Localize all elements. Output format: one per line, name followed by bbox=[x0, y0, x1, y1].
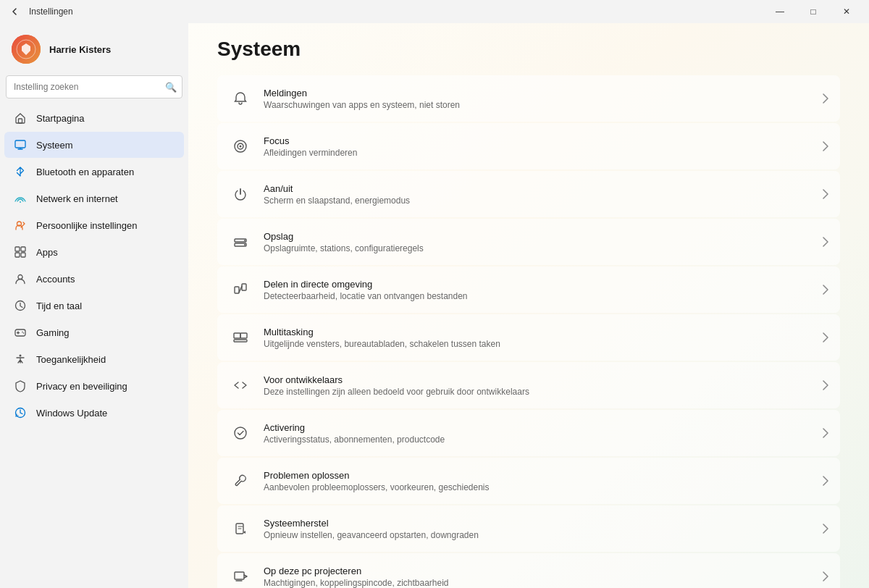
sidebar-item-systeem[interactable]: Systeem bbox=[4, 132, 184, 158]
search-icon: 🔍 bbox=[165, 82, 177, 93]
systeem-icon bbox=[13, 138, 28, 152]
sidebar-item-persoonlijk[interactable]: Persoonlijke instellingen bbox=[4, 212, 184, 238]
project-icon bbox=[229, 565, 252, 588]
svg-point-14 bbox=[20, 355, 22, 357]
check-icon bbox=[229, 421, 252, 445]
sidebar-item-privacy[interactable]: Privacy en beveiliging bbox=[4, 373, 184, 399]
chevron-right-icon bbox=[823, 476, 828, 486]
settings-item-systeemherstel[interactable]: SysteemherstelOpnieuw instellen, geavanc… bbox=[217, 505, 840, 552]
content-area: Systeem MeldingenWaarschuwingen van apps… bbox=[188, 23, 869, 588]
sidebar-item-tijd[interactable]: Tijd en taal bbox=[4, 293, 184, 319]
settings-item-problemen[interactable]: Problemen oplossenAanbevolen probleemopl… bbox=[217, 458, 840, 504]
chevron-right-icon bbox=[823, 93, 828, 104]
settings-item-text-projecteren: Op deze pc projecterenMachtigingen, kopp… bbox=[264, 566, 811, 588]
persoonlijk-icon bbox=[13, 218, 28, 232]
settings-item-title-delen: Delen in directe omgeving bbox=[264, 279, 811, 290]
settings-item-wrapper-ontwikkelaars: Voor ontwikkelaarsDeze instellingen zijn… bbox=[217, 362, 840, 408]
multitask-icon bbox=[229, 326, 252, 349]
settings-item-text-systeemherstel: SysteemherstelOpnieuw instellen, geavanc… bbox=[264, 518, 811, 540]
titlebar-title: Instellingen bbox=[29, 7, 763, 17]
sidebar-item-accounts[interactable]: Accounts bbox=[4, 266, 184, 292]
settings-item-opslag[interactable]: OpslagOpslagruimte, stations, configurat… bbox=[217, 219, 840, 265]
settings-item-desc-aanuit: Scherm en slaapstand, energiemodus bbox=[264, 196, 811, 206]
close-button[interactable]: ✕ bbox=[830, 0, 863, 23]
settings-item-desc-systeemherstel: Opnieuw instellen, geavanceerd opstarten… bbox=[264, 530, 811, 540]
sidebar-item-startpagina[interactable]: Startpagina bbox=[4, 105, 184, 131]
settings-item-focus[interactable]: FocusAfleidingen verminderen bbox=[217, 123, 840, 169]
sidebar-item-label: Accounts bbox=[36, 274, 75, 285]
settings-item-projecteren[interactable]: Op deze pc projecterenMachtigingen, kopp… bbox=[217, 553, 840, 588]
settings-item-multitasking[interactable]: MultitaskingUitgelijnde vensters, bureau… bbox=[217, 314, 840, 361]
chevron-right-icon bbox=[823, 332, 828, 343]
settings-item-aanuit[interactable]: Aan/uitScherm en slaapstand, energiemodu… bbox=[217, 171, 840, 217]
focus-icon bbox=[229, 135, 252, 158]
maximize-button[interactable]: □ bbox=[797, 0, 830, 23]
svg-rect-30 bbox=[235, 572, 244, 579]
svg-point-28 bbox=[235, 427, 246, 439]
settings-item-wrapper-activering: ActiveringActiveringsstatus, abonnemente… bbox=[217, 410, 840, 456]
titlebar: Instellingen — □ ✕ bbox=[0, 0, 869, 23]
settings-item-wrapper-aanuit: Aan/uitScherm en slaapstand, energiemodu… bbox=[217, 171, 840, 217]
power-icon bbox=[229, 182, 252, 206]
sidebar-item-apps[interactable]: Apps bbox=[4, 239, 184, 265]
bluetooth-icon bbox=[13, 164, 28, 179]
settings-item-desc-activering: Activeringsstatus, abonnementen, product… bbox=[264, 434, 811, 445]
settings-item-meldingen[interactable]: MeldingenWaarschuwingen van apps en syst… bbox=[217, 75, 840, 122]
window-controls: — □ ✕ bbox=[763, 0, 863, 23]
settings-item-title-opslag: Opslag bbox=[264, 231, 811, 242]
sidebar-item-toegankelijkheid[interactable]: Toegankelijkheid bbox=[4, 346, 184, 372]
svg-rect-6 bbox=[21, 247, 25, 251]
settings-item-text-aanuit: Aan/uitScherm en slaapstand, energiemodu… bbox=[264, 183, 811, 206]
sidebar-item-gaming[interactable]: Gaming bbox=[4, 319, 184, 345]
gaming-icon bbox=[13, 325, 28, 340]
settings-item-ontwikkelaars[interactable]: Voor ontwikkelaarsDeze instellingen zijn… bbox=[217, 362, 840, 408]
settings-item-desc-problemen: Aanbevolen probleemoplossers, voorkeuren… bbox=[264, 482, 811, 492]
main-layout: Harrie Kisters 🔍 StartpaginaSysteemBluet… bbox=[0, 23, 869, 588]
sidebar-item-label: Privacy en beveiliging bbox=[36, 381, 127, 392]
minimize-button[interactable]: — bbox=[763, 0, 797, 23]
settings-item-desc-opslag: Opslagruimte, stations, configuratierege… bbox=[264, 243, 811, 253]
svg-point-3 bbox=[20, 201, 21, 203]
avatar-inner bbox=[12, 35, 41, 64]
svg-point-21 bbox=[244, 240, 245, 241]
settings-item-delen[interactable]: Delen in directe omgevingDetecteerbaarhe… bbox=[217, 266, 840, 313]
settings-item-desc-multitasking: Uitgelijnde vensters, bureautabladen, sc… bbox=[264, 339, 811, 349]
settings-item-wrapper-delen: Delen in directe omgevingDetecteerbaarhe… bbox=[217, 266, 840, 313]
svg-point-13 bbox=[23, 332, 25, 334]
chevron-right-icon bbox=[823, 428, 828, 438]
settings-item-title-multitasking: Multitasking bbox=[264, 327, 811, 337]
page-title: Systeem bbox=[217, 38, 840, 61]
chevron-right-icon bbox=[823, 189, 828, 199]
settings-item-desc-projecteren: Machtigingen, koppelingspincode, zichtba… bbox=[264, 578, 811, 588]
sidebar-item-netwerk[interactable]: Netwerk en internet bbox=[4, 185, 184, 211]
restore-icon bbox=[229, 517, 252, 540]
svg-rect-24 bbox=[242, 284, 246, 290]
svg-rect-27 bbox=[234, 340, 247, 342]
storage-icon bbox=[229, 230, 252, 253]
sidebar-item-label: Systeem bbox=[36, 140, 73, 151]
settings-item-text-problemen: Problemen oplossenAanbevolen probleemopl… bbox=[264, 470, 811, 492]
nav-list: StartpaginaSysteemBluetooth en apparaten… bbox=[0, 104, 188, 427]
back-button[interactable] bbox=[6, 3, 23, 20]
settings-item-activering[interactable]: ActiveringActiveringsstatus, abonnemente… bbox=[217, 410, 840, 456]
tijd-icon bbox=[13, 298, 28, 313]
settings-item-wrapper-opslag: OpslagOpslagruimte, stations, configurat… bbox=[217, 219, 840, 265]
sidebar-item-windows-update[interactable]: Windows Update bbox=[4, 400, 184, 426]
sidebar-item-label: Windows Update bbox=[36, 408, 107, 419]
bell-icon bbox=[229, 87, 252, 110]
svg-rect-26 bbox=[240, 333, 247, 338]
settings-item-title-systeemherstel: Systeemherstel bbox=[264, 518, 811, 529]
settings-item-title-activering: Activering bbox=[264, 422, 811, 433]
settings-item-wrapper-meldingen: MeldingenWaarschuwingen van apps en syst… bbox=[217, 75, 840, 122]
wrench-icon bbox=[229, 469, 252, 492]
search-input[interactable] bbox=[6, 75, 182, 98]
settings-item-title-aanuit: Aan/uit bbox=[264, 183, 811, 194]
svg-rect-23 bbox=[235, 287, 239, 293]
sidebar-item-bluetooth[interactable]: Bluetooth en apparaten bbox=[4, 159, 184, 185]
sidebar-item-label: Apps bbox=[36, 247, 58, 258]
toegankelijkheid-icon bbox=[13, 352, 28, 366]
avatar bbox=[12, 35, 41, 64]
startpagina-icon bbox=[13, 111, 28, 125]
apps-icon bbox=[13, 245, 28, 259]
settings-item-title-problemen: Problemen oplossen bbox=[264, 470, 811, 481]
